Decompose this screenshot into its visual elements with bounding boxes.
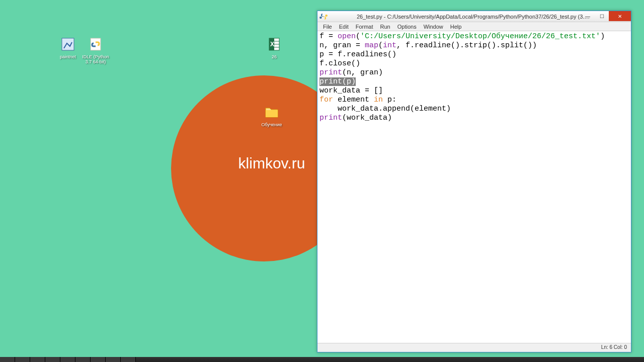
menu-options[interactable]: Options [394,23,420,30]
selected-code: print(p) [319,77,356,86]
menu-edit[interactable]: Edit [336,23,352,30]
icon-label: Обучение [257,123,287,128]
desktop-icon-paintnet[interactable]: paintnet [53,35,83,60]
desktop[interactable]: klimkov.ru paintnet IDLE (Python 3.7 64-… [0,0,644,362]
maximize-button[interactable]: ☐ [595,11,609,21]
icon-label: IDLE (Python 3.7 64-bit) [80,55,111,65]
taskbar-item[interactable] [45,357,60,362]
desktop-icon-idle[interactable]: IDLE (Python 3.7 64-bit) [80,35,111,65]
taskbar-item[interactable] [75,357,91,362]
titlebar[interactable]: 26_test.py - C:/Users/University/AppData… [317,11,631,22]
taskbar-item[interactable] [15,357,30,362]
menu-run[interactable]: Run [377,23,394,30]
desktop-icon-folder[interactable]: Обучение [257,103,287,128]
window-controls: — ☐ ✕ [581,11,631,21]
code-editor[interactable]: f = open('C:/Users/University/Desktop/Об… [317,31,631,343]
statusbar: Ln: 6 Col: 0 [317,343,631,352]
wallpaper-brand-text: klimkov.ru [238,155,305,172]
menu-file[interactable]: File [319,23,336,30]
cursor-position: Ln: 6 Col: 0 [601,344,627,350]
icon-label: 26 [259,55,289,60]
file-icon: X [265,35,283,53]
menu-help[interactable]: Help [447,23,465,30]
close-button[interactable]: ✕ [609,11,631,21]
folder-icon [263,103,281,121]
app-icon [59,35,77,53]
menu-format[interactable]: Format [352,23,377,30]
app-icon [87,35,105,53]
icon-label: paintnet [53,55,83,60]
window-title: 26_test.py - C:/Users/University/AppData… [357,14,592,20]
taskbar-item[interactable] [121,357,136,362]
minimize-button[interactable]: — [581,11,595,21]
taskbar-item[interactable] [0,357,15,362]
svg-text:X: X [270,41,274,48]
desktop-icon-excel[interactable]: X 26 [259,35,289,60]
taskbar-item[interactable] [106,357,121,362]
idle-editor-window: 26_test.py - C:/Users/University/AppData… [317,11,631,352]
menu-window[interactable]: Window [420,23,447,30]
taskbar-item[interactable] [60,357,75,362]
taskbar-item[interactable] [30,357,45,362]
taskbar[interactable] [0,357,644,362]
menubar: File Edit Format Run Options Window Help [317,22,631,31]
taskbar-item[interactable] [91,357,106,362]
python-icon [319,13,328,21]
